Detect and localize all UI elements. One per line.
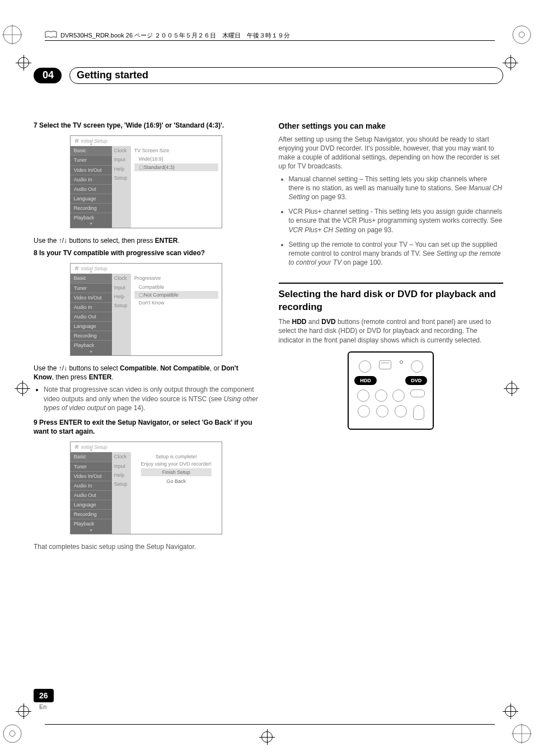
registration-br2	[503, 703, 518, 719]
remote-btn	[413, 405, 424, 420]
remote-btn	[410, 389, 425, 397]
svg-point-6	[10, 731, 15, 736]
registration-bl2	[16, 703, 31, 719]
doc-header-text: DVR530HS_RDR.book 26 ページ ２００５年５月２６日 木曜日 …	[60, 31, 290, 40]
chapter-header: 04 Getting started	[34, 67, 503, 84]
closing-line: That completes basic setup using the Set…	[34, 542, 259, 551]
step7-instruction: Use the ↑/↓ buttons to select, then pres…	[34, 236, 259, 245]
osd-progressive: 🛠Initial Setup Basic Tuner Video In/Out …	[70, 263, 222, 356]
up-down-icon: ↑/↓	[59, 364, 67, 372]
remote-btn	[376, 405, 388, 417]
wrench-icon: 🛠	[74, 265, 79, 272]
book-icon	[45, 31, 57, 40]
bullet-vcrplus: VCR Plus+ channel setting - This setting…	[289, 207, 504, 234]
remote-btn	[379, 360, 391, 369]
remote-btn	[359, 360, 371, 373]
step8-heading: 8 Is your TV compatible with progressive…	[34, 248, 259, 257]
page-number: 26	[34, 689, 54, 702]
remote-led	[400, 360, 403, 364]
other-settings-heading: Other settings you can make	[279, 121, 504, 132]
svg-point-5	[3, 725, 21, 743]
print-mark-tr	[510, 24, 533, 46]
remote-btn	[358, 405, 370, 417]
svg-point-3	[513, 26, 531, 44]
registration-right	[504, 381, 519, 396]
registration-bottom	[259, 729, 275, 745]
osd-finish: 🛠Initial Setup Basic Tuner Video In/Out …	[70, 442, 222, 534]
chapter-number: 04	[34, 68, 62, 83]
bullet-manual-ch: Manual channel setting – This setting le…	[289, 175, 504, 202]
wrench-icon: 🛠	[74, 444, 79, 450]
remote-btn	[375, 389, 387, 402]
section-body: The HDD and DVD buttons (remote control …	[279, 317, 504, 345]
print-mark-tl	[1, 24, 24, 46]
chapter-title: Getting started	[69, 67, 503, 84]
svg-point-4	[519, 32, 524, 37]
registration-tl2	[16, 55, 31, 71]
step8-instruction: Use the ↑/↓ buttons to select Compatible…	[34, 364, 259, 382]
registration-tr2	[503, 55, 518, 71]
wrench-icon: 🛠	[74, 138, 79, 144]
bullet-remote-tv: Setting up the remote to control your TV…	[289, 240, 504, 267]
footer-rule	[45, 724, 495, 725]
remote-btn	[392, 389, 405, 402]
right-column: Other settings you can make After settin…	[279, 118, 504, 555]
step9-heading: 9 Press ENTER to exit the Setup Navigato…	[34, 418, 259, 436]
left-column: 7 Select the TV screen type, 'Wide (16:9…	[34, 118, 259, 555]
registration-left	[15, 381, 30, 396]
up-down-icon: ↑/↓	[59, 237, 67, 245]
section-title: Selecting the hard disk or DVD for playb…	[279, 288, 504, 314]
other-settings-intro: After setting up using the Setup Navigat…	[279, 135, 504, 171]
page-lang: En	[39, 703, 46, 710]
hdd-label: HDD	[354, 376, 377, 385]
remote-diagram: HDD DVD	[348, 351, 434, 430]
osd-tv-screen-size: 🛠Initial Setup Basic Tuner Video In/Out …	[70, 135, 222, 228]
remote-btn	[357, 389, 369, 402]
progressive-note: Note that progressive scan video is only…	[44, 385, 259, 412]
remote-btn	[411, 360, 423, 373]
dvd-label: DVD	[405, 376, 427, 385]
print-mark-br	[510, 722, 533, 745]
section-rule	[279, 283, 504, 284]
print-mark-bl	[1, 722, 24, 745]
header-rule	[45, 40, 495, 41]
remote-btn	[395, 405, 407, 417]
step7-heading: 7 Select the TV screen type, 'Wide (16:9…	[34, 121, 259, 130]
doc-header: DVR530HS_RDR.book 26 ページ ２００５年５月２６日 木曜日 …	[45, 31, 290, 40]
